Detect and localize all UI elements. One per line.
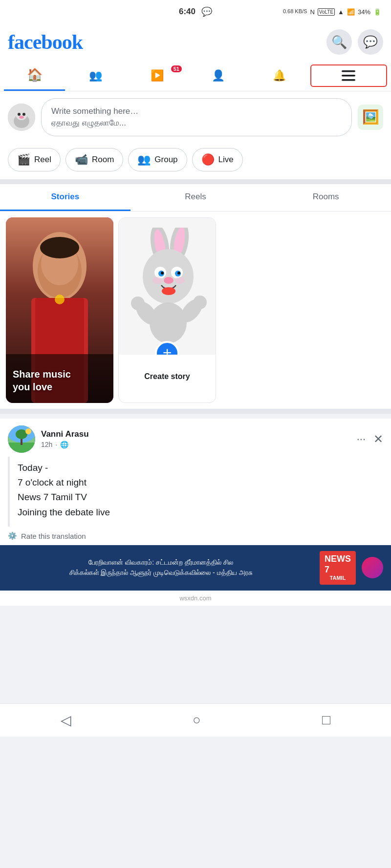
group-label: Group xyxy=(154,155,177,165)
tab-reels[interactable]: Reels xyxy=(130,184,261,211)
post-line-3: News 7 Tamil TV xyxy=(18,490,375,505)
messenger-button[interactable]: 💬 xyxy=(358,29,383,55)
messenger-icon: 💬 xyxy=(363,35,378,49)
section-divider-1 xyxy=(0,179,391,184)
post-close-button[interactable]: ✕ xyxy=(373,432,383,446)
status-time: 6:40 xyxy=(179,7,196,17)
svg-point-8 xyxy=(18,113,21,116)
news-logo-number: NEWS7 xyxy=(325,554,351,574)
volte-icon: VoLTE xyxy=(318,8,335,16)
post-input[interactable]: Write something here…ஏதாவது எழுதலாமே... xyxy=(41,98,352,136)
action-buttons-row: 🎬 Reel 📹 Room 👥 Group 🔴 Live xyxy=(0,143,391,179)
group-icon: 👥 xyxy=(137,153,151,166)
story-share-music-text: Share musicyou love xyxy=(13,368,71,393)
whatsapp-icon: 💬 xyxy=(201,6,212,17)
svg-rect-1 xyxy=(342,75,355,77)
status-bar: 6:40 💬 0.68 KB/S N VoLTE ▲ 📶 34% 🔋 xyxy=(0,0,391,23)
search-icon: 🔍 xyxy=(331,35,347,50)
svg-point-30 xyxy=(177,272,180,275)
news-text-line1: பேரறிவாளன் விவகாரம்: சட்டமன்ற தீர்மானத்த… xyxy=(8,557,314,568)
home-button[interactable]: ○ xyxy=(178,707,216,733)
svg-point-38 xyxy=(152,277,162,284)
gear-icon: ⚙️ xyxy=(8,531,17,540)
story-create[interactable]: + Create story xyxy=(118,217,216,403)
bell-icon: 🔔 xyxy=(273,69,286,82)
back-arrow-icon: ◁ xyxy=(61,713,71,728)
photo-icon: 🖼️ xyxy=(362,109,379,125)
post-author-details: Vanni Arasu 12h · 🌐 xyxy=(41,429,89,448)
signal-icon: 📶 xyxy=(347,8,355,16)
recents-button[interactable]: □ xyxy=(307,707,345,733)
tab-home[interactable]: 🏠 xyxy=(4,61,65,91)
room-button[interactable]: 📹 Room xyxy=(65,148,123,171)
stories-row: Share musicyou love xyxy=(0,212,391,409)
battery-icon: 🔋 xyxy=(373,8,381,16)
data-speed: 0.68 KB/S xyxy=(283,8,307,15)
stories-tabs: Stories Reels Rooms xyxy=(0,184,391,212)
svg-point-36 xyxy=(131,296,145,310)
navigation-tabs: 🏠 👥 ▶️ 51 👤 🔔 xyxy=(0,61,391,91)
status-right-icons: 0.68 KB/S N VoLTE ▲ 📶 34% 🔋 xyxy=(283,8,381,16)
svg-point-37 xyxy=(193,296,207,309)
news-avatar xyxy=(362,557,383,578)
live-label: Live xyxy=(218,155,234,165)
post-line-2: 7 o'clock at night xyxy=(18,475,375,490)
tab-friends[interactable]: 👥 xyxy=(65,63,126,89)
reel-button[interactable]: 🎬 Reel xyxy=(8,148,61,171)
create-story-label: Create story xyxy=(144,372,190,389)
home-icon: 🏠 xyxy=(27,67,43,83)
svg-point-15 xyxy=(40,237,79,258)
post-author-avatar xyxy=(8,425,35,453)
news7-logo: NEWS7 TAMIL xyxy=(320,551,356,584)
menu-icon xyxy=(342,70,355,81)
facebook-logo: facebook xyxy=(8,30,83,54)
watch-icon: ▶️ xyxy=(151,69,164,82)
news-text-line2: சிக்கல்கள் இருந்தால் ஆளுநர் முடிவெடுக்கவ… xyxy=(8,568,314,578)
tab-menu[interactable] xyxy=(310,64,387,87)
tab-watch[interactable]: ▶️ 51 xyxy=(127,63,188,89)
story-share-music[interactable]: Share musicyou love xyxy=(6,217,113,403)
svg-point-39 xyxy=(175,277,185,284)
watch-badge: 51 xyxy=(171,65,182,72)
feed-spacer xyxy=(0,606,391,703)
svg-rect-0 xyxy=(342,70,355,72)
post-more-options-button[interactable]: ··· xyxy=(357,433,366,445)
svg-rect-2 xyxy=(342,79,355,81)
stories-section: Stories Reels Rooms xyxy=(0,184,391,409)
rate-translation-button[interactable]: ⚙️ Rate this translation xyxy=(0,527,391,545)
back-button[interactable]: ◁ xyxy=(46,707,86,733)
watermark: wsxdn.com xyxy=(0,591,391,606)
post-content: Today - 7 o'clock at night News 7 Tamil … xyxy=(8,457,383,527)
bottom-nav: ◁ ○ □ xyxy=(0,703,391,737)
tab-rooms[interactable]: Rooms xyxy=(261,184,391,211)
tab-stories[interactable]: Stories xyxy=(0,184,130,211)
post-line-1: Today - xyxy=(18,461,375,475)
svg-point-31 xyxy=(164,277,174,284)
reel-icon: 🎬 xyxy=(17,153,30,166)
friends-icon: 👥 xyxy=(89,69,102,82)
post-author-name: Vanni Arasu xyxy=(41,429,89,439)
circle-icon: ○ xyxy=(193,712,201,727)
group-button[interactable]: 👥 Group xyxy=(128,148,187,171)
svg-point-24 xyxy=(143,249,194,304)
post-card: Vanni Arasu 12h · 🌐 ··· ✕ Today - 7 o'cl… xyxy=(0,419,391,546)
nfc-icon: N xyxy=(310,8,314,16)
create-story-image-area: + xyxy=(119,218,216,355)
privacy-globe-icon: 🌐 xyxy=(60,441,68,448)
tab-profile[interactable]: 👤 xyxy=(188,63,249,89)
dot-separator: · xyxy=(55,441,57,448)
search-button[interactable]: 🔍 xyxy=(326,29,352,55)
live-button[interactable]: 🔴 Live xyxy=(192,148,243,171)
svg-point-32 xyxy=(162,287,175,295)
room-label: Room xyxy=(92,155,114,165)
reel-label: Reel xyxy=(34,155,51,165)
svg-point-9 xyxy=(22,113,25,116)
post-header-actions: ··· ✕ xyxy=(357,432,383,446)
tab-notifications[interactable]: 🔔 xyxy=(249,63,310,89)
photo-button[interactable]: 🖼️ xyxy=(358,105,383,130)
post-meta: 12h · 🌐 xyxy=(41,441,89,448)
svg-point-10 xyxy=(19,116,24,119)
svg-point-45 xyxy=(25,428,31,434)
news-banner[interactable]: பேரறிவாளன் விவகாரம்: சட்டமன்ற தீர்மானத்த… xyxy=(0,545,391,590)
room-icon: 📹 xyxy=(75,153,88,166)
